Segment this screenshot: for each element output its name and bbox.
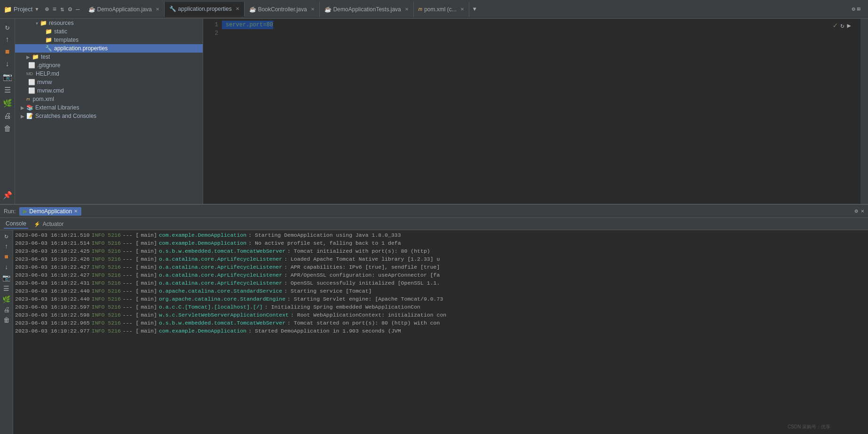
run-bar: Run: ▶ DemoApplication ✕ ⚙ ✕	[0, 205, 868, 218]
sidebar-item-test[interactable]: ▶ 📁 test	[15, 53, 203, 61]
project-label[interactable]: 📁 Project ▼	[4, 6, 39, 13]
expand-icon-scratch: ▶	[21, 114, 24, 119]
tab-pom-label: pom.xml (c...	[424, 6, 457, 13]
sidebar-label-help: HELP.md	[36, 70, 59, 77]
tab-application-properties[interactable]: 🔧 application.properties ✕	[165, 2, 245, 17]
tab-settings-area: ⚙ ⊞	[848, 6, 864, 13]
list-icon[interactable]: ☰	[4, 85, 11, 95]
settings-icon[interactable]: ⚙	[68, 5, 72, 13]
tab-test-close[interactable]: ✕	[405, 7, 409, 12]
sidebar-item-resources[interactable]: ▾ 📁 resources	[15, 19, 203, 27]
console-camera-icon[interactable]: 📷	[2, 274, 10, 282]
console-left-actions: ↻ ↑ ■ ↓ 📷 ☰ 🌿 🖨 🗑	[0, 230, 13, 434]
tab-pom-xml[interactable]: m pom.xml (c... ✕	[414, 2, 469, 17]
run-icon: ▶	[23, 208, 27, 215]
tab-overflow[interactable]: ▼	[469, 6, 480, 13]
console-trash-icon[interactable]: 🗑	[3, 317, 10, 324]
console-stop-icon[interactable]: ■	[4, 253, 8, 261]
tab-props-close[interactable]: ✕	[236, 6, 239, 11]
watermark: CSDN 采购号：优享	[788, 424, 830, 430]
left-toolbar: ↻ ↑ ■ ↓ 📷 ☰ 🌿 🖨 🗑 📌	[0, 19, 15, 204]
target-icon[interactable]: ⊕	[45, 5, 48, 13]
up-icon[interactable]: ↑	[5, 36, 10, 44]
sidebar-label-mvnw: mvnw	[37, 79, 52, 85]
tab-demo-close[interactable]: ✕	[156, 7, 159, 12]
trash-icon[interactable]: 🗑	[4, 124, 11, 133]
tab-demo-label: DemoApplication.java	[97, 6, 152, 13]
checkmark-icon[interactable]: ✓	[833, 21, 837, 30]
tab-layout-icon[interactable]: ⊞	[857, 6, 860, 13]
align-icon[interactable]: ≡	[53, 6, 56, 13]
run-tab-close[interactable]: ✕	[74, 209, 78, 214]
pin-icon[interactable]: 📌	[3, 191, 12, 200]
camera-icon[interactable]: 📷	[3, 72, 12, 82]
line-content-1: server.port=80	[222, 21, 273, 29]
code-line-2: 2	[203, 29, 860, 38]
tab-pom-close[interactable]: ✕	[460, 7, 464, 12]
mvnwcmd-icon: ⬜	[28, 87, 35, 94]
minimize-icon[interactable]: —	[76, 6, 79, 13]
console-output[interactable]: 2023-06-03 16:10:21.510INFO 5216--- [mai…	[13, 230, 868, 434]
log-line: 2023-06-03 16:10:22.597INFO 5216--- [mai…	[15, 303, 866, 311]
run-close-icon[interactable]: ✕	[861, 208, 864, 215]
console-up-icon[interactable]: ↑	[4, 243, 8, 250]
expand-editor-icon[interactable]: ▶	[847, 22, 851, 30]
expand-icon: ▾	[36, 21, 38, 26]
sidebar-item-external-libraries[interactable]: ▶ 📚 External Libraries	[15, 103, 203, 112]
sidebar-label-external: External Libraries	[35, 104, 79, 111]
gitignore-icon: ⬜	[28, 62, 35, 69]
console-tree-icon[interactable]: 🌿	[2, 295, 10, 303]
tab-book-close[interactable]: ✕	[311, 7, 315, 12]
console-refresh-icon[interactable]: ↻	[4, 232, 8, 240]
run-tab-demo[interactable]: ▶ DemoApplication ✕	[19, 207, 81, 216]
props-file-icon: 🔧	[45, 45, 52, 52]
top-bar: 📁 Project ▼ ⊕ ≡ ⇅ ⚙ — ☕ DemoApplication.…	[0, 0, 868, 19]
tab-book-controller[interactable]: ☕ BookController.java ✕	[245, 2, 320, 17]
sidebar-item-help-md[interactable]: MD HELP.md	[15, 70, 203, 78]
tree-icon[interactable]: 🌿	[3, 99, 12, 108]
sidebar-item-static[interactable]: 📁 static	[15, 27, 203, 36]
console-print-icon[interactable]: 🖨	[3, 306, 10, 314]
sidebar-label-pom: pom.xml	[33, 96, 54, 102]
sidebar-item-application-properties[interactable]: 🔧 application.properties	[15, 44, 203, 53]
run-settings: ⚙ ✕	[855, 208, 864, 215]
sidebar-item-scratches[interactable]: ▶ 📝 Scratches and Consoles	[15, 112, 203, 120]
props-icon: 🔧	[169, 6, 176, 12]
log-line: 2023-06-03 16:10:22.427INFO 5216--- [mai…	[15, 271, 866, 279]
stop-icon[interactable]: ■	[5, 48, 10, 56]
editor-content[interactable]: 1 server.port=80 2 ✓ ↻ ▶	[203, 19, 860, 204]
down-icon[interactable]: ↓	[5, 60, 10, 69]
sidebar-item-templates[interactable]: 📁 templates	[15, 36, 203, 44]
print-icon[interactable]: 🖨	[4, 112, 11, 121]
md-badge: MD	[26, 71, 33, 76]
refresh-editor-icon[interactable]: ↻	[840, 22, 844, 30]
line-number-2: 2	[203, 29, 222, 38]
console-down-icon[interactable]: ↓	[4, 264, 8, 271]
project-chevron-icon: ▼	[34, 7, 39, 12]
run-settings-icon[interactable]: ⚙	[855, 208, 858, 215]
sidebar-item-gitignore[interactable]: ⬜ .gitignore	[15, 61, 203, 70]
console-list-icon[interactable]: ☰	[3, 285, 9, 293]
top-bar-actions: ⊕ ≡ ⇅ ⚙ —	[45, 5, 79, 13]
console-tab-actuator[interactable]: ⚡ Actuator	[32, 220, 65, 228]
line-number-1: 1	[203, 21, 222, 29]
tab-props-label: application.properties	[178, 6, 232, 12]
tab-demo-application[interactable]: ☕ DemoApplication.java ✕	[84, 2, 165, 17]
sort-icon[interactable]: ⇅	[60, 5, 64, 13]
sidebar-item-mvnw-cmd[interactable]: ⬜ mvnw.cmd	[15, 86, 203, 95]
editor-area: 1 server.port=80 2 ✓ ↻ ▶	[203, 19, 860, 204]
console-tab-console[interactable]: Console	[4, 219, 28, 229]
console-tabs: Console ⚡ Actuator	[0, 218, 868, 230]
actuator-icon: ⚡	[34, 221, 40, 227]
refresh-icon[interactable]: ↻	[5, 23, 10, 32]
sidebar-label-scratches: Scratches and Consoles	[35, 113, 96, 119]
project-title: Project	[14, 6, 32, 13]
sidebar-item-mvnw[interactable]: ⬜ mvnw	[15, 78, 203, 86]
java-icon: ☕	[88, 6, 95, 13]
tab-demo-tests[interactable]: ☕ DemoApplicationTests.java ✕	[320, 2, 414, 17]
actuator-tab-label: Actuator	[43, 221, 64, 227]
log-line: 2023-06-03 16:10:22.965INFO 5216--- [mai…	[15, 319, 866, 327]
tab-settings-icon[interactable]: ⚙	[852, 6, 855, 13]
log-line: 2023-06-03 16:10:22.431INFO 5216--- [mai…	[15, 279, 866, 287]
sidebar-item-pom-xml[interactable]: m pom.xml	[15, 95, 203, 103]
